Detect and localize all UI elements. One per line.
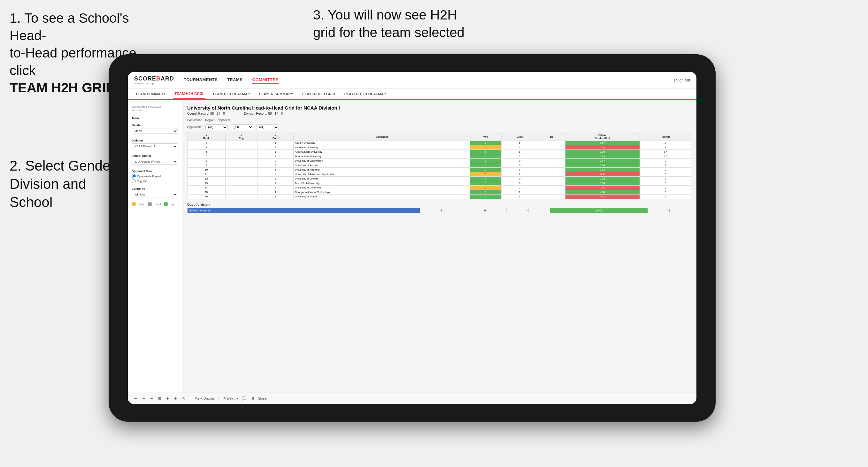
nav-tournaments[interactable]: TOURNAMENTS: [184, 76, 218, 84]
nav-teams[interactable]: TEAMS: [227, 76, 243, 84]
cell-loss: 2: [501, 154, 538, 159]
cell-opponent: Georgia Institute of Technology: [293, 190, 470, 194]
cell-diff: 4.50: [565, 190, 640, 194]
annotation-2: 2. Select Gender, Division and School: [9, 157, 118, 212]
logo: SCOREBARD Powered by clippi: [134, 75, 174, 85]
toolbar-btn-8[interactable]: ⊞: [250, 396, 255, 401]
cell-win: 6: [470, 190, 501, 194]
table-row: 14 2 University of Oklahoma 1 2 -1.00 9: [188, 186, 691, 190]
cell-reg: [225, 194, 257, 199]
share-label[interactable]: Share: [258, 397, 267, 400]
cell-reg: [225, 141, 257, 145]
cell-win: 3: [470, 181, 501, 186]
subnav-team-h2h-heatmap[interactable]: TEAM H2H HEATMAP: [211, 89, 251, 99]
col-reg: #Reg: [225, 133, 257, 141]
cell-win: 2: [470, 141, 501, 145]
cell-tie: [538, 141, 565, 145]
cell-tie: [538, 154, 565, 159]
toolbar-btn-4[interactable]: ⊞: [157, 396, 162, 401]
cell-conf: 1: [257, 141, 293, 145]
cell-loss: 4: [501, 145, 538, 150]
cell-win: 3: [470, 194, 501, 199]
col-opponent: Opponent: [293, 133, 470, 141]
cell-conf: 2: [257, 145, 293, 150]
cell-loss: 0: [501, 163, 538, 168]
subnav-team-summary[interactable]: TEAM SUMMARY: [134, 89, 167, 99]
redo-btn[interactable]: ↪: [141, 396, 146, 401]
cell-diff: 2.33: [565, 177, 640, 181]
cell-conf: 1: [257, 150, 293, 154]
cell-loss: 0: [501, 168, 538, 172]
cell-conf: 2: [257, 186, 293, 190]
cell-reg: [225, 163, 257, 168]
toolbar-btn-6[interactable]: ⊗: [173, 396, 178, 401]
cell-tie: [538, 163, 565, 168]
radio-opponents-played[interactable]: Opponents Played: [132, 174, 178, 178]
cell-rounds: 3: [640, 159, 691, 163]
region-select[interactable]: (All): [231, 124, 253, 130]
toolbar-btn-5[interactable]: ⊕: [165, 396, 170, 401]
nav-committee[interactable]: COMMITTEE: [252, 76, 279, 84]
opponents-label: Opponents:: [187, 126, 202, 129]
division-select[interactable]: NCAA Division I: [132, 144, 178, 149]
logo-text: SCOREBARD: [134, 75, 174, 82]
cell-rounds: 9: [640, 190, 691, 194]
watch-label[interactable]: 👁 Watch ▾: [223, 397, 238, 400]
subnav-player-summary[interactable]: PLAYER SUMMARY: [258, 89, 294, 99]
cell-rank: 9: [188, 163, 225, 168]
cell-win: 1: [470, 159, 501, 163]
cell-win: 3: [470, 168, 501, 172]
subnav-player-h2h-heatmap[interactable]: PLAYER H2H HEATMAP: [343, 89, 388, 99]
toolbar-btn-7[interactable]: 💬: [241, 396, 248, 401]
cell-rounds: 9: [640, 186, 691, 190]
cell-diff: -4.33: [565, 172, 640, 177]
sign-out[interactable]: | Sign out: [674, 78, 690, 83]
table-row: 16 3 University of Florida 3 1 -4.42 9: [188, 194, 691, 199]
subnav-team-h2h-grid[interactable]: TEAM H2H GRID: [173, 89, 205, 99]
cell-tie: [538, 177, 565, 181]
cell-diff: -4.42: [565, 194, 640, 199]
opp-select[interactable]: (All): [256, 124, 279, 130]
opponents-select[interactable]: (All): [206, 124, 228, 130]
subnav: TEAM SUMMARY TEAM H2H GRID TEAM H2H HEAT…: [128, 89, 696, 100]
out-loss: 0: [463, 208, 507, 213]
cell-win: 1: [470, 154, 501, 159]
table-row: 11 6 University of Arkansas, Fayettevill…: [188, 172, 691, 177]
cell-rounds: 9: [640, 181, 691, 186]
cell-conf: 4: [257, 190, 293, 194]
subnav-player-h2h-grid[interactable]: PLAYER H2H GRID: [301, 89, 337, 99]
table-row: 12 3 University of Virginia 1 0 2.33 3: [188, 177, 691, 181]
school-select[interactable]: 1. University of Nort...: [132, 159, 178, 164]
cell-win: 5: [470, 150, 501, 154]
table-row: 13 1 Texas Tech University 3 0 5.56 9: [188, 181, 691, 186]
radio-top100[interactable]: Top 100: [132, 179, 178, 183]
grid-records: Overall Record: 89 - 17 - 0 Division Rec…: [187, 112, 691, 115]
filter-row: Conference Region Opponent: [187, 119, 691, 122]
cell-reg: [225, 186, 257, 190]
cell-reg: [225, 168, 257, 172]
cell-rank: 10: [188, 168, 225, 172]
cell-rounds: 9: [640, 194, 691, 199]
cell-rank: 2: [188, 141, 225, 145]
view-label[interactable]: View: Original: [195, 397, 215, 400]
opponent-filter: Opponent: [218, 119, 230, 122]
cell-reg: [225, 172, 257, 177]
content: Last Updated: 27/03/2024 16:55:38 Team G…: [128, 100, 696, 393]
cell-tie: [538, 181, 565, 186]
cell-opponent: University of Alabama: [293, 168, 470, 172]
colour-select[interactable]: Win/loss: [132, 192, 178, 197]
gender-label: Gender: [132, 124, 178, 127]
cell-rank: 3: [188, 145, 225, 150]
cell-rank: 16: [188, 194, 225, 199]
table-row: 9 3 University of Arizona 1 0 9.00 2: [188, 163, 691, 168]
gender-select[interactable]: Men's: [132, 128, 178, 134]
toolbar-btn-3[interactable]: ↩: [149, 396, 154, 401]
cell-tie: [538, 194, 565, 199]
cell-diff: 1.83: [565, 154, 640, 159]
undo-btn[interactable]: ↩: [133, 396, 138, 401]
col-conf: #Conf: [257, 133, 293, 141]
navbar: SCOREBARD Powered by clippi TOURNAMENTS …: [128, 72, 696, 89]
color-up: [163, 202, 168, 206]
toolbar-btn-clock[interactable]: ⏱: [181, 396, 187, 401]
tablet: SCOREBARD Powered by clippi TOURNAMENTS …: [108, 54, 716, 422]
